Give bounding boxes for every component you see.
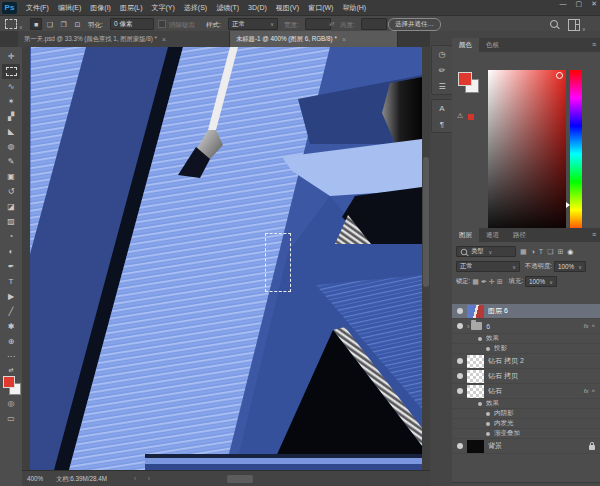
close-button[interactable]: ✕: [591, 0, 597, 8]
visibility-eye-icon[interactable]: [478, 402, 482, 406]
swap-colors-icon[interactable]: ⇄: [2, 364, 20, 374]
layer-row-group-6[interactable]: › 6 fx˄: [452, 319, 600, 334]
filter-smart-objects-icon[interactable]: ⊞: [557, 248, 563, 256]
lock-transparency-icon[interactable]: ▦: [472, 278, 479, 286]
brush-tool[interactable]: ✎: [2, 154, 20, 169]
menu-help[interactable]: 帮助(H): [342, 3, 366, 13]
filter-pixel-layers-icon[interactable]: ▦: [520, 248, 527, 256]
edit-toolbar-button[interactable]: ⋯: [2, 349, 20, 364]
visibility-eye-icon[interactable]: [478, 337, 482, 341]
menu-select[interactable]: 选择(S): [184, 3, 207, 13]
tab-color[interactable]: 颜色: [452, 38, 479, 52]
effects-row[interactable]: 效果: [452, 399, 600, 409]
search-icon[interactable]: [550, 20, 558, 29]
visibility-eye-icon[interactable]: [486, 432, 490, 436]
expand-caret-icon[interactable]: ›: [467, 323, 469, 330]
saturation-brightness-field[interactable]: [488, 70, 566, 238]
collapse-fx-caret[interactable]: ˄: [591, 388, 595, 394]
hue-slider-marker[interactable]: [566, 202, 570, 208]
horizontal-scrollbar-thumb[interactable]: [227, 475, 253, 483]
style-dropdown[interactable]: 正常∨: [228, 18, 278, 30]
layer-row-diamond-copy[interactable]: 钻石 拷贝: [452, 369, 600, 384]
maximize-button[interactable]: ▢: [576, 0, 583, 8]
tab-channels[interactable]: 通道: [479, 228, 506, 242]
move-tool[interactable]: ✛: [2, 49, 20, 64]
tab-layers[interactable]: 图层: [452, 228, 479, 242]
rectangular-marquee-tool[interactable]: [2, 64, 20, 79]
clone-stamp-tool[interactable]: ▣: [2, 169, 20, 184]
antialias-checkbox[interactable]: [158, 20, 166, 29]
history-brush-tool[interactable]: ↺: [2, 184, 20, 199]
type-tool[interactable]: T: [2, 274, 20, 289]
line-tool[interactable]: ╱: [2, 304, 20, 319]
quick-mask-button[interactable]: ◎: [2, 396, 20, 411]
properties-panel-icon[interactable]: ☰: [433, 78, 451, 94]
zoom-tool[interactable]: ⊕: [2, 334, 20, 349]
blend-mode-dropdown[interactable]: 正常 ∨: [456, 261, 520, 272]
panel-menu-icon[interactable]: ≡: [592, 231, 596, 238]
gamut-warning-icon[interactable]: ⚠: [457, 112, 463, 120]
scrollbar-thumb[interactable]: [423, 157, 429, 287]
collapse-fx-caret[interactable]: ˄: [591, 323, 595, 329]
paragraph-panel-icon[interactable]: ¶: [433, 116, 451, 132]
foreground-color-swatch[interactable]: [3, 376, 15, 388]
filter-adjustment-layers-icon[interactable]: ◑: [531, 248, 535, 255]
menu-window[interactable]: 窗口(W): [308, 3, 333, 13]
vertical-scrollbar[interactable]: [422, 47, 430, 470]
feather-input[interactable]: 0 像素: [110, 18, 154, 30]
visibility-eye-icon[interactable]: [452, 308, 467, 314]
dodge-tool[interactable]: ◐: [2, 244, 20, 259]
healing-brush-tool[interactable]: ◍: [2, 139, 20, 154]
status-arrow-right[interactable]: ›: [134, 475, 136, 482]
swap-dimensions-icon[interactable]: ⇄: [329, 20, 334, 28]
opacity-input[interactable]: 100% ∨: [554, 261, 586, 272]
layer-thumbnail[interactable]: [467, 385, 484, 398]
effect-drop-shadow-row[interactable]: 投影: [452, 344, 600, 354]
layer-row-background[interactable]: 背景: [452, 439, 600, 454]
tab-document-2-active[interactable]: 未标题-1 @ 400% (图层 6, RGB/8) * ×: [230, 31, 398, 47]
tool-preset-picker[interactable]: ∨: [5, 19, 23, 30]
fx-icon[interactable]: fx: [584, 388, 589, 394]
menu-file[interactable]: 文件(F): [26, 3, 49, 13]
crop-tool[interactable]: ▞: [2, 109, 20, 124]
add-selection-button[interactable]: ❏: [44, 19, 56, 31]
hue-slider[interactable]: [570, 70, 582, 238]
layer-row-layer-6[interactable]: 图层 6: [452, 304, 600, 319]
fx-icon[interactable]: fx: [584, 323, 589, 329]
height-input[interactable]: [361, 18, 387, 30]
character-panel-icon[interactable]: A: [433, 100, 451, 116]
layer-thumbnail[interactable]: [467, 305, 484, 318]
quick-selection-tool[interactable]: ✶: [2, 94, 20, 109]
gradient-tool[interactable]: ▨: [2, 214, 20, 229]
layer-row-diamond-copy-2[interactable]: 钻石 拷贝 2: [452, 354, 600, 369]
effect-gradient-overlay-row[interactable]: 渐变叠加: [452, 429, 600, 439]
effect-inner-glow-row[interactable]: 内发光: [452, 419, 600, 429]
gamut-warning-swatch[interactable]: [468, 114, 474, 120]
lock-all-icon[interactable]: ⊞: [497, 278, 503, 286]
history-panel-icon[interactable]: ◷: [433, 46, 451, 62]
menu-view[interactable]: 视图(V): [276, 3, 299, 13]
effect-inner-shadow-row[interactable]: 内阴影: [452, 409, 600, 419]
close-icon[interactable]: ×: [162, 36, 166, 43]
layer-filter-type-dropdown[interactable]: 类型 ∨: [456, 246, 516, 257]
filter-toggle-pin[interactable]: ◉: [567, 248, 573, 256]
tab-swatches[interactable]: 色板: [479, 38, 506, 52]
filter-type-layers-icon[interactable]: T: [539, 248, 543, 255]
eraser-tool[interactable]: ◪: [2, 199, 20, 214]
subtract-selection-button[interactable]: ❐: [58, 19, 70, 31]
width-input[interactable]: [305, 18, 331, 30]
status-arrow-left[interactable]: ‹: [148, 475, 150, 482]
menu-image[interactable]: 图像(I): [90, 3, 111, 13]
menu-edit[interactable]: 编辑(E): [58, 3, 81, 13]
select-and-mask-button[interactable]: 选择并遮住…: [388, 18, 441, 31]
path-selection-tool[interactable]: ▶: [2, 289, 20, 304]
minimize-button[interactable]: —: [560, 0, 567, 8]
color-picker-marker[interactable]: [556, 72, 563, 79]
selection-marquee[interactable]: [265, 233, 291, 292]
canvas[interactable]: [30, 47, 422, 470]
visibility-eye-icon[interactable]: [452, 358, 467, 364]
layer-thumbnail[interactable]: [467, 440, 484, 453]
visibility-eye-icon[interactable]: [486, 347, 490, 351]
brush-settings-panel-icon[interactable]: ✏: [433, 62, 451, 78]
tab-paths[interactable]: 路径: [506, 228, 533, 242]
